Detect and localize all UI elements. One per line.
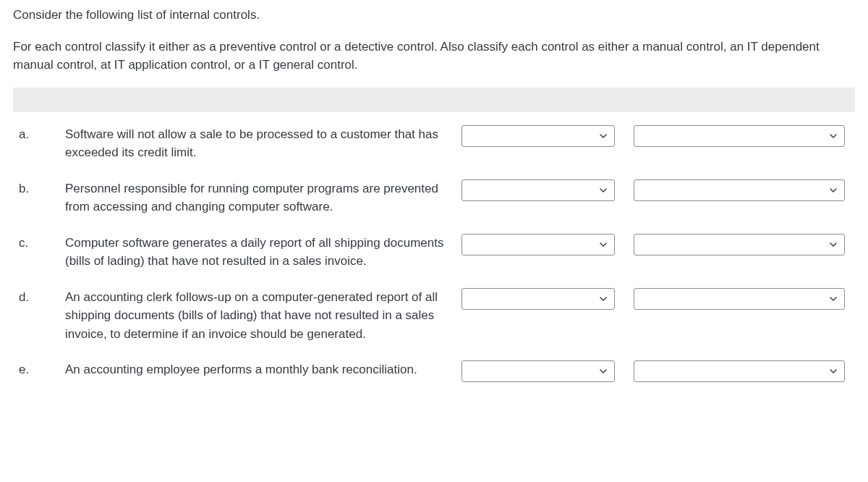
item-label: e.	[13, 360, 65, 379]
item-label: c.	[13, 234, 65, 253]
control-type-select[interactable]	[461, 179, 615, 201]
item-row: b.Personnel responsible for running comp…	[13, 179, 855, 216]
item-text: An accounting clerk follows-up on a comp…	[65, 288, 461, 344]
control-category-select[interactable]	[634, 234, 845, 255]
control-category-select[interactable]	[634, 179, 845, 201]
item-text: Personnel responsible for running comput…	[65, 179, 461, 216]
item-text: Computer software generates a daily repo…	[65, 234, 461, 271]
item-label: b.	[13, 179, 65, 198]
control-category-select[interactable]	[634, 125, 845, 147]
item-row: c.Computer software generates a daily re…	[13, 234, 855, 271]
chevron-down-icon	[600, 369, 607, 373]
dropdown-group	[461, 234, 845, 255]
control-type-select[interactable]	[461, 234, 615, 255]
chevron-down-icon	[830, 242, 837, 247]
dropdown-group	[461, 288, 845, 310]
control-type-select[interactable]	[461, 360, 615, 382]
chevron-down-icon	[830, 297, 837, 301]
control-category-select[interactable]	[634, 360, 845, 382]
chevron-down-icon	[600, 134, 607, 138]
instruction-line-1: Consider the following list of internal …	[13, 6, 855, 25]
dropdown-group	[461, 360, 845, 382]
dropdown-group	[461, 179, 845, 201]
item-label: a.	[13, 125, 65, 144]
item-row: d.An accounting clerk follows-up on a co…	[13, 288, 855, 344]
dropdown-group	[461, 125, 845, 147]
chevron-down-icon	[830, 188, 837, 193]
item-text: Software will not allow a sale to be pro…	[65, 125, 461, 162]
chevron-down-icon	[830, 134, 837, 138]
chevron-down-icon	[600, 297, 607, 301]
instructions-block: Consider the following list of internal …	[13, 6, 855, 75]
instruction-line-2: For each control classify it either as a…	[13, 38, 855, 75]
chevron-down-icon	[600, 242, 607, 247]
control-type-select[interactable]	[461, 288, 615, 310]
item-row: e.An accounting employee performs a mont…	[13, 360, 855, 382]
header-bar	[13, 88, 855, 112]
control-type-select[interactable]	[461, 125, 615, 147]
chevron-down-icon	[830, 369, 837, 373]
item-text: An accounting employee performs a monthl…	[65, 360, 461, 379]
item-row: a.Software will not allow a sale to be p…	[13, 125, 855, 162]
item-label: d.	[13, 288, 65, 307]
control-category-select[interactable]	[634, 288, 845, 310]
chevron-down-icon	[600, 188, 607, 193]
